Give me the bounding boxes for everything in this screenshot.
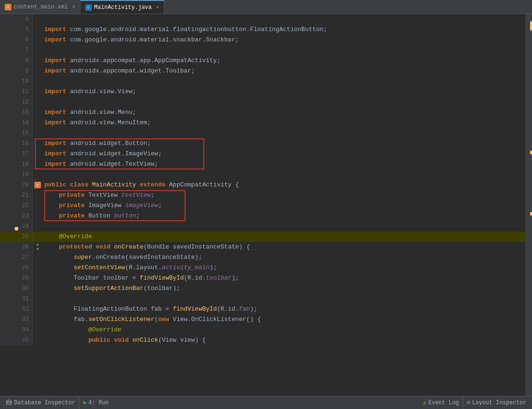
tab-bar: X content_main.xml × C MainActivity.java…	[0, 0, 532, 14]
line-code	[42, 97, 525, 107]
code-line: 24	[0, 221, 525, 232]
line-number: 21	[0, 190, 33, 200]
line-number: 20	[0, 180, 33, 190]
layout-inspector-button[interactable]: ⊞ Layout Inspector	[463, 396, 530, 409]
gutter-icons	[33, 56, 42, 66]
tab-content-main[interactable]: X content_main.xml ×	[0, 0, 81, 14]
gutter-icons	[33, 232, 42, 242]
code-line: 26 ▲ ▼ protected void onCreate(Bundle sa…	[0, 242, 525, 252]
code-line: 23 private Button button;	[0, 211, 525, 221]
line-code: import android.widget.TextView;	[42, 159, 525, 169]
scrollbar[interactable]	[525, 14, 532, 396]
line-code	[42, 221, 525, 232]
line-code: FloatingActionButton fab = findViewById(…	[42, 304, 525, 314]
override-down-icon[interactable]: ▼	[36, 248, 39, 252]
line-number: 19	[0, 169, 33, 180]
line-code: import android.view.View;	[42, 87, 525, 97]
code-line: 12	[0, 97, 525, 107]
line-number: 10	[0, 76, 33, 87]
line-number: 14	[0, 118, 33, 128]
line-number: 29	[0, 273, 33, 283]
line-code: import androidx.appcompat.app.AppCompatA…	[42, 56, 525, 66]
editor-area: 4 5 import com.google.android.material.f…	[0, 14, 532, 396]
line-code	[42, 169, 525, 180]
code-line: 18 import android.widget.TextView;	[0, 159, 525, 169]
code-line: 22 private ImageView imageView;	[0, 200, 525, 211]
code-line: 32 FloatingActionButton fab = findViewBy…	[0, 304, 525, 314]
gutter-icons	[33, 294, 42, 304]
gutter-icons	[33, 200, 42, 211]
code-line: 30 setSupportActionBar(toolbar);	[0, 283, 525, 294]
run-icon: ▶	[83, 399, 87, 406]
line-number: 5	[0, 24, 33, 35]
gutter-icons	[33, 107, 42, 118]
code-line: 13 import android.view.Menu;	[0, 107, 525, 118]
svg-point-0	[7, 400, 11, 402]
line-number: 27	[0, 252, 33, 263]
gutter-icons	[33, 24, 42, 35]
code-line: 11 import android.view.View;	[0, 87, 525, 97]
line-code	[42, 14, 525, 24]
gutter-icons	[33, 211, 42, 221]
event-log-button[interactable]: ⚠ Event Log	[419, 396, 463, 409]
tab-content-main-close[interactable]: ×	[72, 4, 75, 10]
line-code: public class MainActivity extends AppCom…	[42, 180, 525, 190]
line-number: 28	[0, 263, 33, 273]
gutter-icons	[33, 263, 42, 273]
code-line: 10	[0, 76, 525, 87]
lines-container: 4 5 import com.google.android.material.f…	[0, 14, 525, 396]
gutter-icons	[33, 87, 42, 97]
tab-main-activity-close[interactable]: ×	[156, 5, 159, 10]
database-inspector-button[interactable]: Database Inspector	[2, 396, 79, 409]
class-icon: c	[34, 182, 41, 188]
code-line: 4	[0, 14, 525, 24]
line-number: 11	[0, 87, 33, 97]
gutter-icons	[33, 14, 42, 24]
gutter-icons	[33, 325, 42, 335]
code-content[interactable]: 4 5 import com.google.android.material.f…	[0, 14, 525, 396]
gutter-icons	[33, 118, 42, 128]
line-number: 15	[0, 128, 33, 138]
gutter-icons	[33, 190, 42, 200]
code-line: 33 fab.setOnClickListener(new View.OnCli…	[0, 314, 525, 325]
line-number: 33	[0, 314, 33, 325]
event-log-label: Event Log	[428, 400, 459, 406]
code-line: 5 import com.google.android.material.flo…	[0, 24, 525, 35]
database-inspector-label: Database Inspector	[14, 400, 75, 406]
line-code: import com.google.android.material.snack…	[42, 35, 525, 45]
run-label: 4: Run	[89, 400, 109, 406]
line-number: 13	[0, 107, 33, 118]
code-line: 27 super.onCreate(savedInstanceState);	[0, 252, 525, 263]
line-code: setSupportActionBar(toolbar);	[42, 283, 525, 294]
line-number: 30	[0, 283, 33, 294]
run-button[interactable]: ▶ 4: Run	[80, 396, 113, 409]
bottom-bar: Database Inspector ▶ 4: Run ⚠ Event Log …	[0, 396, 532, 409]
gutter-icons	[33, 273, 42, 283]
gutter-icons	[33, 149, 42, 159]
code-line: 9 import androidx.appcompat.widget.Toolb…	[0, 66, 525, 76]
gutter-icons	[33, 97, 42, 107]
tab-main-activity[interactable]: C MainActivity.java ×	[81, 0, 164, 14]
gutter-icons	[33, 283, 42, 294]
override-up-icon[interactable]: ▲	[36, 243, 39, 247]
code-line: 17 import android.widget.ImageView;	[0, 149, 525, 159]
line-number: 35	[0, 335, 33, 345]
line-code: import android.widget.ImageView;	[42, 149, 525, 159]
gutter-icons: ▲ ▼	[33, 242, 42, 252]
gutter-icons: c	[33, 180, 42, 190]
warning-icon: ⚠	[423, 399, 427, 406]
code-line: 35 public void onClick(View view) {	[0, 335, 525, 345]
line-code: import androidx.appcompat.widget.Toolbar…	[42, 66, 525, 76]
line-code: import android.view.Menu;	[42, 107, 525, 118]
line-code: private Button button;	[42, 211, 525, 221]
line-code: Toolbar toolbar = findViewById(R.id.tool…	[42, 273, 525, 283]
line-code: import android.view.MenuItem;	[42, 118, 525, 128]
line-code	[42, 128, 525, 138]
code-line: 15	[0, 128, 525, 138]
gutter-icons	[33, 35, 42, 45]
line-code: @Override	[42, 325, 525, 335]
code-line: 20 c public class MainActivity extends A…	[0, 180, 525, 190]
line-number: 8	[0, 56, 33, 66]
gutter-icons	[33, 252, 42, 263]
line-number: 34	[0, 325, 33, 335]
